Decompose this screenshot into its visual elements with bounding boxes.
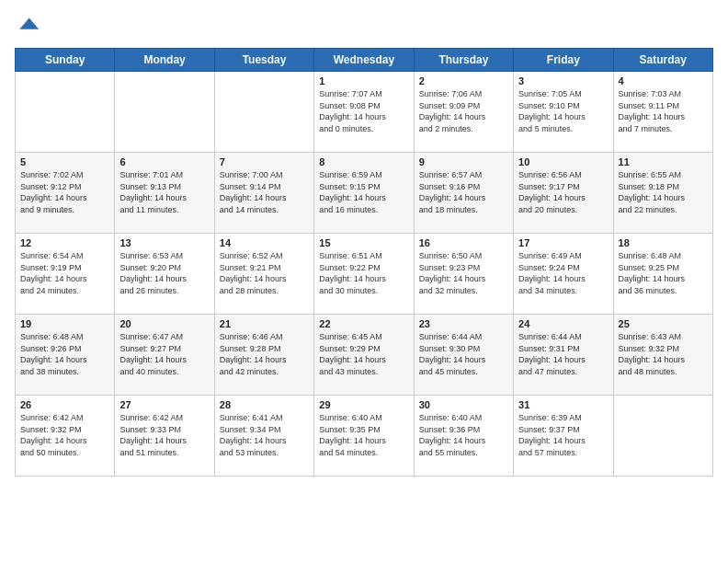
day-content: Sunrise: 6:59 AM Sunset: 9:15 PM Dayligh… <box>319 169 408 215</box>
calendar-cell: 28Sunrise: 6:41 AM Sunset: 9:34 PM Dayli… <box>214 396 313 477</box>
calendar-cell: 29Sunrise: 6:40 AM Sunset: 9:35 PM Dayli… <box>314 396 414 477</box>
weekday-header-saturday: Saturday <box>613 49 712 72</box>
day-content: Sunrise: 6:44 AM Sunset: 9:30 PM Dayligh… <box>419 331 508 377</box>
calendar-cell <box>214 72 313 153</box>
day-number: 3 <box>518 75 608 86</box>
day-content: Sunrise: 6:40 AM Sunset: 9:35 PM Dayligh… <box>319 412 408 458</box>
calendar-table: SundayMondayTuesdayWednesdayThursdayFrid… <box>15 48 713 477</box>
day-number: 8 <box>319 156 408 167</box>
logo-icon <box>15 15 40 40</box>
weekday-row: SundayMondayTuesdayWednesdayThursdayFrid… <box>16 49 713 72</box>
calendar-cell: 23Sunrise: 6:44 AM Sunset: 9:30 PM Dayli… <box>414 315 513 396</box>
day-number: 27 <box>119 399 209 410</box>
day-number: 11 <box>619 156 708 167</box>
weekday-header-sunday: Sunday <box>16 49 115 72</box>
day-number: 30 <box>419 399 508 410</box>
day-number: 16 <box>419 237 508 248</box>
day-number: 20 <box>119 318 209 329</box>
day-content: Sunrise: 6:42 AM Sunset: 9:33 PM Dayligh… <box>119 412 209 458</box>
calendar-body: 1Sunrise: 7:07 AM Sunset: 9:08 PM Daylig… <box>16 72 713 477</box>
calendar-cell: 21Sunrise: 6:46 AM Sunset: 9:28 PM Dayli… <box>214 315 313 396</box>
weekday-header-tuesday: Tuesday <box>214 49 313 72</box>
day-number: 2 <box>419 75 508 86</box>
day-number: 14 <box>220 237 309 248</box>
day-content: Sunrise: 7:07 AM Sunset: 9:08 PM Dayligh… <box>319 88 408 134</box>
day-content: Sunrise: 6:54 AM Sunset: 9:19 PM Dayligh… <box>20 250 109 296</box>
calendar-cell: 27Sunrise: 6:42 AM Sunset: 9:33 PM Dayli… <box>115 396 214 477</box>
day-number: 31 <box>518 399 608 410</box>
calendar-header: SundayMondayTuesdayWednesdayThursdayFrid… <box>16 49 713 72</box>
day-content: Sunrise: 7:01 AM Sunset: 9:13 PM Dayligh… <box>119 169 209 215</box>
calendar-cell: 19Sunrise: 6:48 AM Sunset: 9:26 PM Dayli… <box>16 315 115 396</box>
day-content: Sunrise: 6:50 AM Sunset: 9:23 PM Dayligh… <box>419 250 508 296</box>
day-number: 15 <box>319 237 408 248</box>
page-header <box>15 15 713 40</box>
calendar-week-3: 12Sunrise: 6:54 AM Sunset: 9:19 PM Dayli… <box>16 234 713 315</box>
calendar-cell: 10Sunrise: 6:56 AM Sunset: 9:17 PM Dayli… <box>514 153 613 234</box>
day-content: Sunrise: 7:03 AM Sunset: 9:11 PM Dayligh… <box>619 88 708 134</box>
weekday-header-friday: Friday <box>514 49 613 72</box>
day-content: Sunrise: 6:55 AM Sunset: 9:18 PM Dayligh… <box>619 169 708 215</box>
day-content: Sunrise: 6:41 AM Sunset: 9:34 PM Dayligh… <box>220 412 309 458</box>
day-number: 7 <box>220 156 309 167</box>
calendar-cell: 5Sunrise: 7:02 AM Sunset: 9:12 PM Daylig… <box>16 153 115 234</box>
calendar-cell: 8Sunrise: 6:59 AM Sunset: 9:15 PM Daylig… <box>314 153 414 234</box>
calendar-cell <box>115 72 214 153</box>
calendar-cell: 12Sunrise: 6:54 AM Sunset: 9:19 PM Dayli… <box>16 234 115 315</box>
calendar-cell: 20Sunrise: 6:47 AM Sunset: 9:27 PM Dayli… <box>115 315 214 396</box>
day-number: 4 <box>619 75 708 86</box>
weekday-header-monday: Monday <box>115 49 214 72</box>
day-content: Sunrise: 6:57 AM Sunset: 9:16 PM Dayligh… <box>419 169 508 215</box>
day-content: Sunrise: 7:00 AM Sunset: 9:14 PM Dayligh… <box>220 169 309 215</box>
day-content: Sunrise: 6:51 AM Sunset: 9:22 PM Dayligh… <box>319 250 408 296</box>
calendar-cell: 18Sunrise: 6:48 AM Sunset: 9:25 PM Dayli… <box>613 234 712 315</box>
logo <box>15 15 44 40</box>
calendar-cell <box>16 72 115 153</box>
day-number: 10 <box>518 156 608 167</box>
day-content: Sunrise: 6:42 AM Sunset: 9:32 PM Dayligh… <box>20 412 109 458</box>
calendar-cell: 7Sunrise: 7:00 AM Sunset: 9:14 PM Daylig… <box>214 153 313 234</box>
day-number: 12 <box>20 237 109 248</box>
weekday-header-wednesday: Wednesday <box>314 49 414 72</box>
calendar-cell: 11Sunrise: 6:55 AM Sunset: 9:18 PM Dayli… <box>613 153 712 234</box>
day-content: Sunrise: 6:48 AM Sunset: 9:26 PM Dayligh… <box>20 331 109 377</box>
day-content: Sunrise: 7:06 AM Sunset: 9:09 PM Dayligh… <box>419 88 508 134</box>
calendar-cell: 24Sunrise: 6:44 AM Sunset: 9:31 PM Dayli… <box>514 315 613 396</box>
calendar-cell: 26Sunrise: 6:42 AM Sunset: 9:32 PM Dayli… <box>16 396 115 477</box>
calendar-cell: 6Sunrise: 7:01 AM Sunset: 9:13 PM Daylig… <box>115 153 214 234</box>
day-number: 21 <box>220 318 309 329</box>
day-number: 18 <box>619 237 708 248</box>
calendar-cell: 1Sunrise: 7:07 AM Sunset: 9:08 PM Daylig… <box>314 72 414 153</box>
day-content: Sunrise: 6:56 AM Sunset: 9:17 PM Dayligh… <box>518 169 608 215</box>
calendar-cell: 9Sunrise: 6:57 AM Sunset: 9:16 PM Daylig… <box>414 153 513 234</box>
day-number: 24 <box>518 318 608 329</box>
day-content: Sunrise: 6:49 AM Sunset: 9:24 PM Dayligh… <box>518 250 608 296</box>
day-content: Sunrise: 6:48 AM Sunset: 9:25 PM Dayligh… <box>619 250 708 296</box>
day-number: 25 <box>619 318 708 329</box>
day-content: Sunrise: 6:52 AM Sunset: 9:21 PM Dayligh… <box>220 250 309 296</box>
svg-marker-0 <box>19 18 39 29</box>
day-content: Sunrise: 6:44 AM Sunset: 9:31 PM Dayligh… <box>518 331 608 377</box>
day-number: 28 <box>220 399 309 410</box>
day-number: 29 <box>319 399 408 410</box>
day-content: Sunrise: 6:53 AM Sunset: 9:20 PM Dayligh… <box>119 250 209 296</box>
day-content: Sunrise: 7:05 AM Sunset: 9:10 PM Dayligh… <box>518 88 608 134</box>
calendar-cell: 13Sunrise: 6:53 AM Sunset: 9:20 PM Dayli… <box>115 234 214 315</box>
day-content: Sunrise: 7:02 AM Sunset: 9:12 PM Dayligh… <box>20 169 109 215</box>
day-number: 17 <box>518 237 608 248</box>
day-content: Sunrise: 6:39 AM Sunset: 9:37 PM Dayligh… <box>518 412 608 458</box>
day-number: 1 <box>319 75 408 86</box>
calendar-cell <box>613 396 712 477</box>
day-content: Sunrise: 6:45 AM Sunset: 9:29 PM Dayligh… <box>319 331 408 377</box>
day-number: 5 <box>20 156 109 167</box>
calendar-cell: 2Sunrise: 7:06 AM Sunset: 9:09 PM Daylig… <box>414 72 513 153</box>
day-number: 19 <box>20 318 109 329</box>
day-number: 22 <box>319 318 408 329</box>
day-number: 9 <box>419 156 508 167</box>
calendar-week-4: 19Sunrise: 6:48 AM Sunset: 9:26 PM Dayli… <box>16 315 713 396</box>
calendar-cell: 4Sunrise: 7:03 AM Sunset: 9:11 PM Daylig… <box>613 72 712 153</box>
calendar-cell: 3Sunrise: 7:05 AM Sunset: 9:10 PM Daylig… <box>514 72 613 153</box>
day-content: Sunrise: 6:46 AM Sunset: 9:28 PM Dayligh… <box>220 331 309 377</box>
calendar-cell: 31Sunrise: 6:39 AM Sunset: 9:37 PM Dayli… <box>514 396 613 477</box>
calendar-cell: 17Sunrise: 6:49 AM Sunset: 9:24 PM Dayli… <box>514 234 613 315</box>
